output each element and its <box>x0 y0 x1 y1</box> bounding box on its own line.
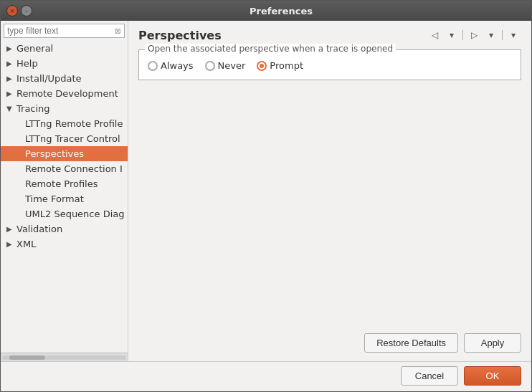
close-button[interactable]: × <box>6 5 18 16</box>
cancel-button[interactable]: Cancel <box>401 366 458 386</box>
sidebar-item-label-help: Help <box>16 58 38 69</box>
main-panel: Perspectives ◁ ▾ ▷ ▾ <box>128 21 531 361</box>
titlebar-buttons: × – <box>6 5 32 16</box>
menu-button[interactable]: ▾ <box>505 28 521 42</box>
sidebar-item-install[interactable]: ▶Install/Update <box>1 71 128 86</box>
ok-button[interactable]: OK <box>464 366 521 386</box>
back-dropdown-icon: ▾ <box>450 30 454 40</box>
scrollbar-thumb <box>9 355 45 360</box>
sidebar-item-xml[interactable]: ▶XML <box>1 236 128 252</box>
sidebar-item-label-lttng-tracer: LTTng Tracer Control <box>25 133 120 144</box>
radio-outer-always <box>148 61 158 71</box>
sidebar-item-remote-dev[interactable]: ▶Remote Development <box>1 86 128 101</box>
radio-group: AlwaysNeverPrompt <box>148 60 512 71</box>
menu-icon: ▾ <box>511 30 516 40</box>
sidebar-item-label-uml2: UML2 Sequence Diag <box>25 209 124 219</box>
tree-arrow-remote-dev: ▶ <box>6 90 14 97</box>
fieldset-legend: Open the associated perspective when a t… <box>145 44 396 54</box>
back-button[interactable]: ◁ <box>427 28 442 42</box>
content-area: ⊠ ▶General▶Help▶Install/Update▶Remote De… <box>1 21 531 361</box>
tree-arrow-install: ▶ <box>6 75 14 82</box>
sidebar-item-label-tracing: Tracing <box>16 103 50 114</box>
clear-filter-icon[interactable]: ⊠ <box>115 27 121 36</box>
tree-arrow-tracing: ▼ <box>6 105 14 113</box>
apply-button[interactable]: Apply <box>464 333 521 353</box>
radio-outer-never <box>205 61 215 71</box>
tree-arrow-xml: ▶ <box>6 240 14 248</box>
filter-input[interactable] <box>7 26 112 36</box>
panel-toolbar: ◁ ▾ ▷ ▾ ▾ <box>427 28 521 42</box>
forward-dropdown-button[interactable]: ▾ <box>483 28 499 42</box>
sidebar-item-help[interactable]: ▶Help <box>1 56 128 71</box>
sidebar-scrollbar[interactable] <box>1 353 128 361</box>
perspective-fieldset: Open the associated perspective when a t… <box>138 49 521 80</box>
sidebar-item-label-lttng-remote: LTTng Remote Profile <box>25 118 123 129</box>
panel-title: Perspectives <box>138 29 222 42</box>
sidebar-item-label-validation: Validation <box>16 224 62 234</box>
radio-label-prompt: Prompt <box>270 60 303 71</box>
toolbar-separator2 <box>502 30 503 40</box>
radio-outer-prompt <box>257 61 267 71</box>
tree-arrow-general: ▶ <box>6 44 14 52</box>
sidebar-item-validation[interactable]: ▶Validation <box>1 221 128 236</box>
back-dropdown-button[interactable]: ▾ <box>444 28 460 42</box>
restore-defaults-button[interactable]: Restore Defaults <box>364 333 458 353</box>
tree-arrow-validation: ▶ <box>6 225 14 233</box>
radio-item-prompt[interactable]: Prompt <box>257 60 303 71</box>
sidebar-item-label-general: General <box>16 43 53 54</box>
apply-row: Restore Defaults Apply <box>138 329 521 354</box>
radio-item-never[interactable]: Never <box>205 60 246 71</box>
radio-label-always: Always <box>161 60 194 71</box>
sidebar-item-label-install: Install/Update <box>16 73 82 84</box>
spacer <box>138 80 521 329</box>
sidebar-item-remote-conn[interactable]: Remote Connection I <box>1 161 128 176</box>
panel-header: Perspectives ◁ ▾ ▷ ▾ <box>138 28 521 42</box>
sidebar-item-label-remote-dev: Remote Development <box>16 88 118 99</box>
forward-icon: ▷ <box>471 30 478 40</box>
tree-arrow-help: ▶ <box>6 59 14 67</box>
filter-box[interactable]: ⊠ <box>4 24 125 38</box>
scrollbar-track <box>2 355 126 360</box>
sidebar-item-general[interactable]: ▶General <box>1 41 128 56</box>
sidebar-item-label-time-format: Time Format <box>25 193 84 204</box>
window-title: Preferences <box>37 6 526 16</box>
preferences-window: × – Preferences ⊠ ▶General▶Help▶Install/… <box>0 0 532 392</box>
sidebar-item-lttng-remote[interactable]: LTTng Remote Profile <box>1 116 128 131</box>
radio-inner-prompt <box>260 64 264 68</box>
forward-button[interactable]: ▷ <box>466 28 482 42</box>
sidebar-item-remote-profiles[interactable]: Remote Profiles <box>1 176 128 191</box>
radio-label-never: Never <box>218 60 246 71</box>
sidebar: ⊠ ▶General▶Help▶Install/Update▶Remote De… <box>1 21 128 361</box>
sidebar-item-lttng-tracer[interactable]: LTTng Tracer Control <box>1 131 128 146</box>
sidebar-item-label-perspectives: Perspectives <box>25 148 84 159</box>
titlebar: × – Preferences <box>1 1 531 21</box>
sidebar-item-label-xml: XML <box>16 239 36 249</box>
back-icon: ◁ <box>432 30 438 40</box>
bottom-buttons: Cancel OK <box>1 361 531 391</box>
sidebar-item-time-format[interactable]: Time Format <box>1 191 128 206</box>
forward-dropdown-icon: ▾ <box>489 30 493 40</box>
sidebar-item-tracing[interactable]: ▼Tracing <box>1 101 128 116</box>
sidebar-item-uml2[interactable]: UML2 Sequence Diag <box>1 206 128 221</box>
sidebar-item-perspectives[interactable]: Perspectives <box>1 146 128 161</box>
radio-item-always[interactable]: Always <box>148 60 194 71</box>
tree: ▶General▶Help▶Install/Update▶Remote Deve… <box>1 41 128 353</box>
sidebar-item-label-remote-conn: Remote Connection I <box>25 163 123 174</box>
sidebar-item-label-remote-profiles: Remote Profiles <box>25 178 98 189</box>
minimize-button[interactable]: – <box>21 5 32 16</box>
toolbar-separator <box>462 30 463 40</box>
